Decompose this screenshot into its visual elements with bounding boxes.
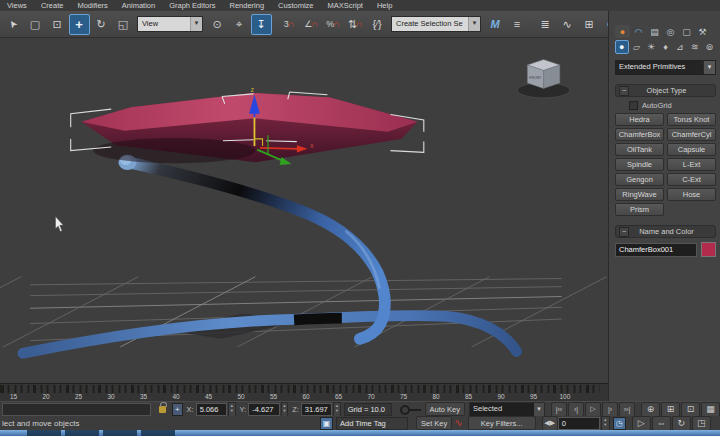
primitive-type-dropdown[interactable]: Extended Primitives ▼ [615, 60, 716, 75]
x-spinner[interactable]: ▲▼ [228, 402, 235, 417]
absolute-mode-icon[interactable]: + [172, 403, 183, 416]
use-center-icon[interactable]: ⊙ [207, 14, 228, 35]
chevron-down-icon[interactable]: ▼ [534, 403, 544, 416]
select-and-move-icon[interactable]: + [69, 14, 90, 35]
curve-editor-icon[interactable]: ∿ [557, 14, 578, 35]
category-space-warps[interactable]: ≋ [688, 40, 702, 54]
go-to-end-button[interactable]: ››| [619, 402, 635, 417]
y-spinner[interactable]: ▲▼ [281, 402, 288, 417]
previous-frame-button[interactable]: ‹| [568, 402, 584, 417]
set-key-button[interactable]: Set Key [416, 416, 452, 430]
tab-hierarchy[interactable]: ▤ [647, 25, 662, 38]
add-time-tag[interactable]: Add Time Tag [336, 417, 408, 430]
timeline-ruler[interactable]: 1520253035404550556065707580859095100 [0, 383, 608, 402]
zoom-icon[interactable]: ⊕ [641, 402, 660, 417]
perspective-viewport[interactable]: z x FRONT [0, 38, 608, 385]
chevron-down-icon[interactable]: ▼ [190, 17, 202, 31]
object-color-swatch[interactable] [701, 242, 716, 257]
field-of-view-icon[interactable]: ▷ [632, 416, 651, 431]
named-selection-sets-icon[interactable]: {∕} [367, 14, 388, 35]
percent-snap-icon[interactable]: %∩ [323, 14, 344, 35]
x-coordinate-input[interactable]: 5.066 [196, 403, 227, 416]
menu-graph-editors[interactable]: Graph Editors [162, 0, 222, 11]
y-coordinate-input[interactable]: -4.627 [248, 403, 279, 416]
select-and-scale-icon[interactable]: ◱ [113, 14, 134, 35]
ground-tube-object[interactable] [23, 315, 517, 353]
select-object-icon[interactable]: ➤ [3, 14, 24, 35]
taskbar-window-button[interactable] [27, 430, 61, 436]
button-l-ext[interactable]: L-Ext [667, 158, 716, 171]
schematic-view-icon[interactable]: ⊞ [579, 14, 600, 35]
menu-customize[interactable]: Customize [271, 0, 320, 11]
zoom-extents-icon[interactable]: ⊡ [681, 402, 700, 417]
view-cube[interactable]: FRONT [517, 60, 569, 98]
current-frame-input[interactable]: 0 [558, 417, 600, 430]
snaps-toggle-icon[interactable]: 3∩ [279, 14, 300, 35]
key-mode-toggle[interactable]: ◀▶ [542, 416, 558, 431]
button-torus-knot[interactable]: Torus Knot [667, 113, 716, 126]
track-bar[interactable] [2, 403, 151, 416]
z-spinner[interactable]: ▲▼ [333, 402, 340, 417]
tab-utilities[interactable]: ⚒ [695, 25, 710, 38]
object-name-input[interactable]: ChamferBox001 [615, 243, 697, 257]
menu-animation[interactable]: Animation [115, 0, 162, 11]
selection-set-dropdown[interactable]: Create Selection Se ▼ [391, 16, 481, 32]
time-config-icon[interactable]: ◷ [613, 417, 626, 430]
category-lights[interactable]: ☀ [644, 40, 658, 54]
key-selection-dropdown[interactable]: Selected ▼ [469, 402, 545, 417]
menu-modifiers[interactable]: Modifiers [70, 0, 114, 11]
autogrid-checkbox[interactable] [629, 101, 638, 110]
button-chamferbox[interactable]: ChamferBox [615, 128, 664, 141]
zoom-extents-all-icon[interactable]: ▦ [701, 402, 720, 417]
button-prism[interactable]: Prism [615, 203, 664, 216]
menu-create[interactable]: Create [34, 0, 71, 11]
button-oiltank[interactable]: OilTank [615, 143, 664, 156]
chamferbox-object[interactable] [82, 93, 418, 163]
align-icon[interactable]: ≡ [507, 14, 528, 35]
layer-manager-icon[interactable]: ≣ [535, 14, 556, 35]
reference-coordsys-dropdown[interactable]: View ▼ [137, 16, 203, 32]
collapse-icon[interactable]: − [619, 86, 629, 96]
button-capsule[interactable]: Capsule [667, 143, 716, 156]
category-geometry[interactable]: ● [615, 40, 629, 54]
pan-icon[interactable]: ⇔ [652, 416, 671, 431]
tab-motion[interactable]: ◎ [663, 25, 678, 38]
maximize-viewport-icon[interactable]: ◳ [692, 416, 711, 431]
menu-rendering[interactable]: Rendering [222, 0, 271, 11]
auto-key-button[interactable]: Auto Key [425, 402, 465, 416]
tab-create[interactable]: ● [615, 25, 630, 38]
orbit-icon[interactable]: ↻ [672, 416, 691, 431]
menu-maxscript[interactable]: MAXScript [321, 0, 370, 11]
key-filters-button[interactable]: Key Filters... [468, 416, 536, 430]
frame-spinner[interactable]: ▲▼ [601, 416, 610, 431]
button-gengon[interactable]: Gengon [615, 173, 664, 186]
spinner-snap-icon[interactable]: ⇅∩ [345, 14, 366, 35]
next-frame-button[interactable]: |› [602, 402, 618, 417]
button-hedra[interactable]: Hedra [615, 113, 664, 126]
taskbar-window-button[interactable] [103, 430, 137, 436]
key-filter-curve-icon[interactable]: ∿ [454, 418, 462, 428]
category-systems[interactable]: ⊚ [702, 40, 716, 54]
collapse-icon[interactable]: − [619, 227, 629, 237]
button-ringwave[interactable]: RingWave [615, 188, 664, 201]
tab-display[interactable]: ▢ [679, 25, 694, 38]
taskbar-window-button[interactable] [65, 430, 99, 436]
mirror-icon[interactable]: M [485, 14, 506, 35]
button-c-ext[interactable]: C-Ext [667, 173, 716, 186]
rectangular-selection-region-icon[interactable]: ▢ [25, 14, 46, 35]
category-cameras[interactable]: ♦ [659, 40, 673, 54]
name-color-rollout[interactable]: − Name and Color [615, 225, 716, 238]
button-spindle[interactable]: Spindle [615, 158, 664, 171]
category-helpers[interactable]: ⊿ [673, 40, 687, 54]
chevron-down-icon[interactable]: ▼ [703, 61, 715, 74]
z-coordinate-input[interactable]: 31.697 [301, 403, 332, 416]
go-to-start-button[interactable]: |‹‹ [551, 402, 567, 417]
keyboard-shortcut-override-icon[interactable]: ↧ [251, 14, 272, 35]
button-hose[interactable]: Hose [667, 188, 716, 201]
cube-icon[interactable]: ▣ [320, 417, 333, 430]
angle-snap-icon[interactable]: ∠∩ [301, 14, 322, 35]
object-type-rollout[interactable]: − Object Type [615, 84, 716, 97]
menu-help[interactable]: Help [370, 0, 399, 11]
window-crossing-toggle-icon[interactable]: ⊡ [47, 14, 68, 35]
select-and-rotate-icon[interactable]: ↻ [91, 14, 112, 35]
